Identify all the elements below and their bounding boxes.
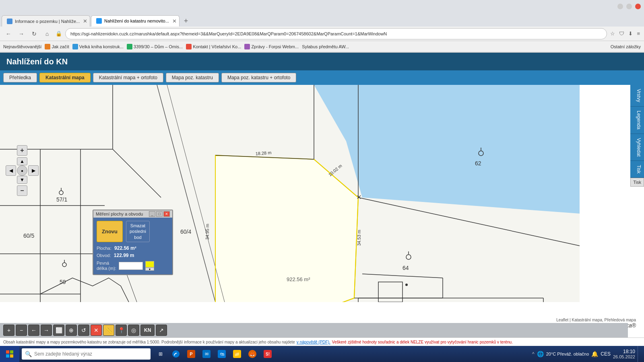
browser-tab-1[interactable]: Informace o pozemku | Nahlíže... ✕ [2, 15, 90, 27]
zoom-out-btn[interactable]: − [17, 185, 27, 196]
btn-mapa-poz[interactable]: Mapa poz. katastru [166, 73, 219, 82]
color-dropdown-btn[interactable]: ▼ [145, 267, 154, 271]
taskbar-clock[interactable]: 18:10 26.05.2022 [613, 349, 635, 359]
btn-mapa-poz-orto[interactable]: Mapa poz. katastru + ortofoto [221, 73, 296, 82]
btn-katastralni-orto[interactable]: Katastrální mapa + ortofoto [93, 73, 163, 82]
network-icon[interactable]: 🌐 [537, 351, 544, 357]
bookmark-7[interactable]: Sylabus předmětu AW... [302, 44, 349, 49]
map-svg: 18.28 m 10.02 m 34.95 m 34.53 m 25.21 m … [0, 85, 580, 302]
taskbar-powerpoint-icon[interactable]: P [184, 346, 199, 362]
bookmark-4[interactable]: 3399/30 – Dům – Omis... [127, 44, 183, 49]
zoom-in-btn[interactable]: + [17, 145, 27, 156]
notification-icon[interactable]: 🔔 [591, 351, 598, 357]
show-desktop-btn[interactable] [638, 346, 641, 362]
svg-point-67 [172, 350, 180, 358]
bookmark-6[interactable]: Zprávy - Forpsi Webm... [244, 44, 299, 49]
map-btn-pan-right[interactable]: → [41, 325, 52, 336]
map-btn-zoom-out[interactable]: − [16, 325, 27, 336]
bookmark-5[interactable]: Kontakt | Včelařství Ko... [186, 44, 241, 49]
pevna-input[interactable] [119, 262, 143, 270]
map-btn-location[interactable]: ⊕ [66, 325, 77, 336]
svg-rect-66 [10, 354, 13, 358]
restore-btn[interactable] [626, 4, 632, 9]
status-link[interactable]: v nápovědě (PDF). [297, 340, 330, 344]
home-button[interactable]: ⌂ [42, 29, 52, 39]
sidebar-legenda[interactable]: Legenda [630, 107, 644, 134]
bookmark-3-label: Velká kniha konstruk... [79, 44, 124, 49]
taskbar-edge-icon[interactable] [168, 346, 184, 362]
bookmark-star-icon[interactable]: ☆ [610, 31, 615, 37]
taskbar-mail-icon[interactable]: ✉ [199, 346, 214, 362]
map-btn-kn[interactable]: KN [140, 325, 155, 336]
tab2-close[interactable]: ✕ [172, 18, 177, 24]
sidebar-vyhledat[interactable]: Vyhledat [630, 134, 644, 161]
tabs-bar: Informace o pozemku | Nahlíže... ✕ Nahlí… [0, 13, 644, 27]
tab1-close[interactable]: ✕ [83, 18, 87, 24]
map-btn-close[interactable]: ✕ [91, 325, 102, 336]
sidebar-vrstvy[interactable]: Vrstvy [630, 85, 644, 107]
map-btn-select[interactable]: ⬜ [53, 325, 64, 336]
start-button[interactable] [0, 346, 19, 362]
pan-up-btn[interactable]: ▲ [17, 157, 27, 165]
map-btn-zoom-in[interactable]: + [3, 325, 14, 336]
taskbar-task-view[interactable]: ⊞ [153, 346, 168, 362]
download-icon[interactable]: ⬇ [628, 31, 633, 37]
obvod-value: 122.99 m [114, 253, 134, 258]
dialog-minimize[interactable]: _ [149, 211, 155, 217]
taskbar-files-icon[interactable]: 📁 [229, 346, 245, 362]
app-title: Nahlížení do KN [6, 57, 68, 66]
taskbar-store-icon[interactable]: 🛍 [214, 346, 229, 362]
map-btn-gps[interactable]: ◎ [128, 325, 139, 336]
svg-text:60/4: 60/4 [180, 228, 191, 235]
pan-left-btn[interactable]: ◀ [6, 165, 16, 176]
taskbar-firefox-icon[interactable]: 🦊 [245, 346, 260, 362]
pan-down-btn[interactable]: ▼ [17, 176, 27, 184]
pevna-label: Pevná délka (m): [97, 261, 116, 271]
bookmark-2-icon [45, 44, 50, 49]
dialog-close[interactable]: ✕ [163, 211, 170, 217]
taskbar-app-icon[interactable]: S! [260, 346, 275, 362]
taskbar-search[interactable]: 🔍 [22, 348, 151, 360]
bookmark-8-label: Ostatní záložky [611, 44, 641, 49]
map-btn-pin[interactable]: 📍 [116, 325, 127, 336]
new-tab-button[interactable]: + [180, 15, 192, 27]
bookmark-2[interactable]: Jak začít [45, 44, 69, 49]
pan-right-btn[interactable]: ▶ [28, 165, 39, 176]
svg-text:34.95 m: 34.95 m [205, 224, 210, 240]
bookmark-8[interactable]: Ostatní záložky [611, 44, 641, 49]
znovu-button[interactable]: Znovu [97, 221, 123, 242]
map-btn-measure[interactable]: 📏 [103, 325, 114, 336]
center-btn[interactable]: ● [17, 165, 27, 176]
taskbar-search-input[interactable] [34, 351, 147, 357]
map-btn-share[interactable]: ↗ [156, 325, 167, 336]
status-bar: Obsah katastrální mapy a mapy pozemkovéh… [0, 337, 644, 346]
chevron-up-icon[interactable]: ^ [532, 351, 535, 357]
reload-button[interactable]: ↻ [29, 29, 39, 39]
plocha-row: Plocha: 922.56 m² [97, 245, 169, 251]
bookmark-3[interactable]: Velká kniha konstruk... [72, 44, 124, 49]
map-toolbar: Přehledka Katastrální mapa Katastrální m… [0, 70, 644, 85]
browser-tab-2[interactable]: Nahlížení do katastru nemovito... ✕ [91, 15, 180, 27]
svg-rect-63 [6, 350, 9, 354]
menu-icon[interactable]: ≡ [637, 31, 640, 37]
weather-temp[interactable]: 20°C Převáž. oblačno [546, 352, 589, 356]
tisk-button[interactable]: Tisk [630, 178, 644, 187]
sidebar-tisk[interactable]: Tisk [630, 161, 644, 178]
forward-button[interactable]: → [16, 29, 27, 39]
color-swatch[interactable] [145, 261, 154, 267]
bookmark-1[interactable]: Nejnavštěvovanější [3, 44, 41, 49]
btn-katastralni[interactable]: Katastrální mapa [39, 73, 91, 82]
dialog-restore[interactable]: □ [156, 211, 163, 217]
map-btn-refresh[interactable]: ↺ [78, 325, 89, 336]
svg-text:60/5: 60/5 [23, 232, 34, 239]
address-input[interactable] [65, 28, 607, 39]
map-btn-pan-left[interactable]: ← [28, 325, 39, 336]
smazat-button[interactable]: Smazat posledni bod [126, 221, 150, 242]
minimize-btn[interactable] [617, 4, 623, 9]
extensions-icon[interactable]: 🛡 [619, 31, 624, 37]
close-btn[interactable] [635, 4, 641, 9]
clock-date: 26.05.2022 [613, 354, 635, 359]
tab2-favicon [96, 18, 102, 24]
back-button[interactable]: ← [3, 29, 14, 39]
btn-prehledka[interactable]: Přehledka [3, 73, 37, 82]
